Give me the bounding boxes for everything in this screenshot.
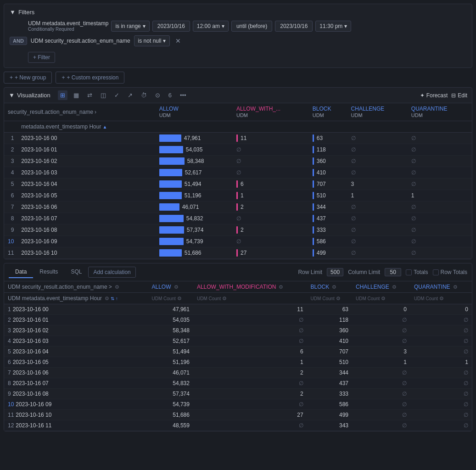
filter-time-from[interactable]: 12:00 am ▾ (193, 21, 229, 32)
data-row-block: 118 (307, 315, 352, 325)
viz-row-allow: 54,035 (156, 144, 233, 156)
viz-scatter-icon[interactable]: ⇄ (85, 90, 95, 100)
forecast-button[interactable]: ✦ Forecast (420, 92, 448, 99)
viz-more-icon[interactable]: ••• (178, 90, 189, 100)
data-toolbar-right: Row Limit 500 Column Limit 50 Totals Row… (298, 268, 467, 276)
viz-map-icon[interactable]: ⊙ (153, 90, 162, 100)
and-badge: AND (10, 37, 27, 45)
data-row-quarantine: 1 (410, 357, 472, 368)
filter-operator-range[interactable]: is in range ▾ (111, 21, 149, 32)
viz-row-block: 63 (309, 133, 347, 144)
viz-area-icon[interactable]: ◫ (98, 90, 108, 100)
add-filter-button[interactable]: + Filter (28, 52, 55, 63)
viz-row-allow-w: ∅ (233, 167, 309, 179)
filter-actions: + + New group + + Custom expression (4, 72, 472, 84)
viz-line-icon[interactable]: ↗ (125, 90, 135, 100)
viz-row-challenge: ∅ (347, 201, 408, 213)
filter-operator-notnull[interactable]: is not null ▾ (134, 35, 170, 46)
viz-table-icon[interactable]: ⊞ (58, 90, 67, 100)
row-totals-checkbox[interactable] (433, 269, 439, 275)
filter-date-from[interactable]: 2023/10/16 (152, 21, 190, 32)
filter-date-to[interactable]: 2023/10/16 (275, 21, 313, 32)
row-totals-checkbox-label[interactable]: Row Totals (433, 269, 467, 275)
data-row-allow: 57,374 (148, 389, 193, 399)
viz-row-ts: 2023-10-16 05 (17, 190, 155, 201)
tab-sql[interactable]: SQL (64, 266, 88, 278)
data-table-wrap: UDM security_result.action_enum_name > ⚙… (4, 281, 472, 431)
data-row-allow-w: ∅ (193, 399, 307, 410)
data-row-allow-w: ∅ (193, 315, 307, 325)
viz-row-quarantine: ∅ (408, 167, 472, 179)
data-th-quarantine-gear[interactable]: ⚙ (453, 284, 458, 290)
data-row-ts: 32023-10-16 02 (4, 325, 148, 336)
totals-label: Totals (414, 269, 428, 275)
viz-row-num: 5 (4, 179, 17, 190)
data-th-block: BLOCK ⚙ (307, 281, 352, 293)
row-totals-label: Row Totals (441, 269, 467, 275)
data-th-ts-sort: ⇅ (111, 296, 114, 301)
viz-row-quarantine: 1 (408, 190, 472, 201)
data-th-block-gear[interactable]: ⚙ (332, 284, 336, 290)
data-th-quarantine-sub: UDM Count⚙ (410, 293, 472, 304)
data-row-allow-w: 27 (193, 410, 307, 420)
data-row-allow: 51,494 (148, 347, 193, 357)
data-th-dim-label: UDM security_result.action_enum_name (8, 284, 107, 290)
data-row-block: 707 (307, 347, 352, 357)
totals-checkbox-label[interactable]: Totals (406, 269, 428, 275)
viz-row-allow: 47,961 (156, 133, 233, 144)
viz-row-block: 344 (309, 201, 347, 213)
edit-button[interactable]: ⊟ Edit (451, 92, 467, 99)
viz-title: ▼ Visualization (9, 92, 50, 99)
data-row-challenge: 3 (352, 347, 410, 357)
row-limit-value[interactable]: 500 (327, 268, 343, 276)
tab-data[interactable]: Data (9, 266, 33, 278)
totals-checkbox[interactable] (406, 269, 412, 275)
viz-row-quarantine: ∅ (408, 156, 472, 167)
data-th-alloww-gear[interactable]: ⚙ (279, 284, 283, 290)
viz-row-challenge: 3 (347, 179, 408, 190)
viz-bar-icon[interactable]: ▦ (71, 90, 81, 100)
edit-label: Edit (458, 92, 467, 99)
viz-row-quarantine: ∅ (408, 213, 472, 224)
viz-row-num: 10 (4, 236, 17, 247)
viz-row-block: 510 (309, 190, 347, 201)
data-row-quarantine: ∅ (410, 378, 472, 389)
data-row-allow-w: ∅ (193, 325, 307, 336)
viz-row-block: 499 (309, 247, 347, 259)
viz-row-allow: 51,196 (156, 190, 233, 201)
data-th-dim-gear[interactable]: ⚙ (115, 284, 119, 290)
data-row-ts: 22023-10-16 01 (4, 315, 148, 325)
col-limit-value[interactable]: 50 (385, 268, 401, 276)
new-group-button[interactable]: + + New group (4, 72, 52, 84)
data-row-allow-w: ∅ (193, 378, 307, 389)
filter-field-timestamp: UDM metadata.event_timestamp Conditional… (28, 20, 108, 32)
data-row-allow: 58,348 (148, 325, 193, 336)
viz-row-allow-w: 1 (233, 190, 309, 201)
viz-row-allow: 52,617 (156, 167, 233, 179)
data-th-ts-gear[interactable]: ⚙ (105, 296, 109, 302)
viz-row-num: 4 (4, 167, 17, 179)
viz-six-icon[interactable]: 6 (166, 90, 174, 100)
data-row-allow: 51,196 (148, 357, 193, 368)
viz-row-allow-w: 11 (233, 133, 309, 144)
data-row-quarantine: ∅ (410, 336, 472, 347)
viz-th-challenge: CHALLENGEUDM (347, 103, 408, 121)
tab-results[interactable]: Results (33, 266, 64, 278)
edit-icon: ⊟ (451, 92, 456, 99)
viz-check-icon[interactable]: ✓ (112, 90, 122, 100)
filter-close-button[interactable]: ✕ (174, 36, 183, 45)
viz-clock-icon[interactable]: ⏱ (139, 90, 149, 100)
data-th-challenge-gear[interactable]: ⚙ (392, 284, 397, 290)
data-row-ts: 72023-10-16 06 (4, 368, 148, 378)
viz-row-allow: 51,494 (156, 179, 233, 190)
viz-row-ts: 2023-10-16 00 (17, 133, 155, 144)
viz-row-quarantine: ∅ (408, 247, 472, 259)
data-th-allow-gear[interactable]: ⚙ (174, 284, 179, 290)
viz-row-challenge: ∅ (347, 247, 408, 259)
filter-time-to[interactable]: 11:30 pm ▾ (315, 21, 351, 32)
custom-expression-button[interactable]: + + Custom expression (56, 72, 124, 84)
viz-row-allow: 58,348 (156, 156, 233, 167)
viz-row-block: 118 (309, 144, 347, 156)
add-calculation-button[interactable]: Add calculation (88, 267, 135, 278)
data-row-quarantine: ∅ (410, 399, 472, 410)
